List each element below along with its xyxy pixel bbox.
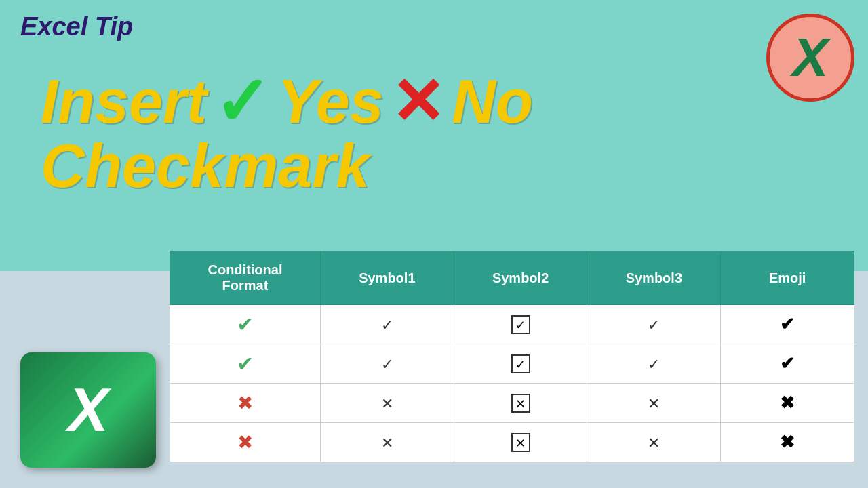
logo-x-letter: X xyxy=(792,26,828,89)
table-row: ✔ ✓ ✓ ✓ ✔ xyxy=(170,305,854,344)
red-x-icon: ✕ xyxy=(391,70,445,134)
check-symbol3-2: ✓ xyxy=(648,356,660,373)
box-check-symbol2-2: ✓ xyxy=(511,354,530,373)
green-checkmark-icon: ✓ xyxy=(214,68,271,136)
emoji-x: ✖ xyxy=(780,392,795,413)
green-check-conditional-2: ✔ xyxy=(237,352,254,375)
header-emoji: Emoji xyxy=(721,251,854,305)
row3-symbol2: ✕ xyxy=(454,384,587,423)
checkmark-text: Checkmark xyxy=(41,136,370,197)
emoji-x-2: ✖ xyxy=(780,432,795,452)
logo-circle: X xyxy=(766,14,854,102)
row4-symbol2: ✕ xyxy=(454,423,587,462)
row1-conditional: ✔ xyxy=(170,305,321,344)
header-symbol2: Symbol2 xyxy=(454,251,587,305)
header-symbol1: Symbol1 xyxy=(320,251,454,305)
row3-symbol3: ✕ xyxy=(587,384,721,423)
heading-line2: Checkmark xyxy=(41,136,533,197)
insert-text: Insert xyxy=(41,71,207,132)
no-text: No xyxy=(452,71,533,132)
excel-logo-bottom: X xyxy=(20,352,156,468)
row4-symbol3: ✕ xyxy=(587,423,721,462)
row2-conditional: ✔ xyxy=(170,344,321,384)
box-x-symbol2-2: ✕ xyxy=(511,433,530,452)
main-heading: Insert ✓ Yes ✕ No Checkmark xyxy=(41,68,533,197)
table-header-row: ConditionalFormat Symbol1 Symbol2 Symbol… xyxy=(170,251,854,305)
x-symbol3: ✕ xyxy=(648,395,660,412)
row4-symbol1: ✕ xyxy=(320,423,454,462)
checkmark-table: ConditionalFormat Symbol1 Symbol2 Symbol… xyxy=(170,251,854,462)
red-x-conditional: ✖ xyxy=(237,392,253,413)
row4-emoji: ✖ xyxy=(721,423,854,462)
row3-symbol1: ✕ xyxy=(320,384,454,423)
heading-line1: Insert ✓ Yes ✕ No xyxy=(41,68,533,136)
green-check-conditional: ✔ xyxy=(237,313,254,336)
header-conditional-format: ConditionalFormat xyxy=(170,251,321,305)
row4-conditional: ✖ xyxy=(170,423,321,462)
logo-x-white: X xyxy=(68,375,108,445)
check-symbol3: ✓ xyxy=(648,317,660,333)
x-symbol1: ✕ xyxy=(381,395,393,412)
emoji-check: ✔ xyxy=(780,314,795,334)
table-row: ✖ ✕ ✕ ✕ ✖ xyxy=(170,423,854,462)
emoji-check-2: ✔ xyxy=(780,353,795,373)
check-symbol1-2: ✓ xyxy=(381,356,393,373)
box-check-symbol2: ✓ xyxy=(511,315,530,334)
check-symbol1: ✓ xyxy=(381,317,393,333)
row3-emoji: ✖ xyxy=(721,384,854,423)
x-symbol1-2: ✕ xyxy=(381,434,393,451)
row2-emoji: ✔ xyxy=(721,344,854,384)
row1-symbol1: ✓ xyxy=(320,305,454,344)
row1-symbol3: ✓ xyxy=(587,305,721,344)
row2-symbol2: ✓ xyxy=(454,344,587,384)
header-symbol3: Symbol3 xyxy=(587,251,721,305)
row2-symbol3: ✓ xyxy=(587,344,721,384)
box-x-symbol2: ✕ xyxy=(511,394,530,413)
excel-logo-top: X xyxy=(766,14,854,102)
yes-text: Yes xyxy=(277,71,384,132)
row3-conditional: ✖ xyxy=(170,384,321,423)
excel-tip-label: Excel Tip xyxy=(20,12,133,41)
row1-symbol2: ✓ xyxy=(454,305,587,344)
row2-symbol1: ✓ xyxy=(320,344,454,384)
row1-emoji: ✔ xyxy=(721,305,854,344)
red-x-conditional-2: ✖ xyxy=(237,432,253,453)
table-row: ✔ ✓ ✓ ✓ ✔ xyxy=(170,344,854,384)
x-symbol3-2: ✕ xyxy=(648,434,660,451)
table-wrapper: ConditionalFormat Symbol1 Symbol2 Symbol… xyxy=(170,251,854,462)
table-row: ✖ ✕ ✕ ✕ ✖ xyxy=(170,384,854,423)
